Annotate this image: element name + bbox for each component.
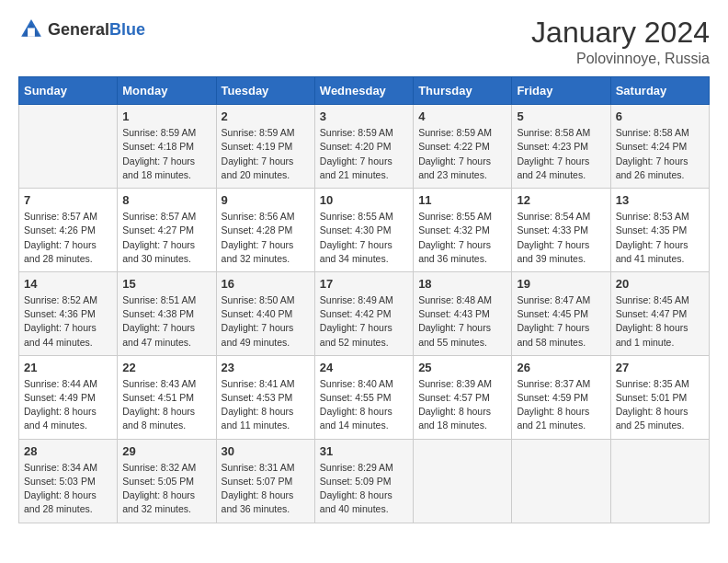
day-info: Sunrise: 8:53 AMSunset: 4:35 PMDaylight:… [616,210,704,266]
day-cell: 6Sunrise: 8:58 AMSunset: 4:24 PMDaylight… [610,105,709,189]
sunset-text: Sunset: 4:24 PM [616,140,704,154]
day-info: Sunrise: 8:58 AMSunset: 4:24 PMDaylight:… [616,126,704,182]
day-info: Sunrise: 8:31 AMSunset: 5:07 PMDaylight:… [222,461,310,517]
day-info: Sunrise: 8:58 AMSunset: 4:23 PMDaylight:… [517,126,605,182]
daylight-text: Daylight: 8 hours and 18 minutes. [418,405,506,432]
day-number: 27 [616,361,704,374]
sunrise-text: Sunrise: 8:56 AM [222,210,310,224]
sunset-text: Sunset: 4:57 PM [418,391,506,405]
logo-blue-text: Blue [109,21,145,38]
sunset-text: Sunset: 4:59 PM [517,391,605,405]
day-number: 15 [122,277,210,291]
sunset-text: Sunset: 4:55 PM [320,391,408,405]
daylight-text: Daylight: 7 hours and 30 minutes. [122,238,210,266]
day-number: 31 [320,444,408,458]
daylight-text: Daylight: 8 hours and 4 minutes. [24,405,112,432]
daylight-text: Daylight: 7 hours and 41 minutes. [616,238,704,266]
sunset-text: Sunset: 5:01 PM [616,391,704,405]
day-info: Sunrise: 8:50 AMSunset: 4:40 PMDaylight:… [222,293,310,350]
sunrise-text: Sunrise: 8:31 AM [222,461,310,475]
day-cell [610,439,709,523]
sunset-text: Sunset: 4:33 PM [517,224,605,237]
sunset-text: Sunset: 4:40 PM [222,307,310,321]
sunset-text: Sunset: 5:07 PM [222,475,310,488]
header: GeneralBlue January 2024 Polovinnoye, Ru… [18,17,710,67]
sunrise-text: Sunrise: 8:47 AM [517,293,605,307]
sunset-text: Sunset: 4:35 PM [616,224,704,237]
day-cell: 19Sunrise: 8:47 AMSunset: 4:45 PMDayligh… [512,271,610,355]
day-info: Sunrise: 8:40 AMSunset: 4:55 PMDaylight:… [320,377,408,433]
sunset-text: Sunset: 4:45 PM [517,307,605,321]
sunset-text: Sunset: 4:23 PM [517,140,605,154]
sunset-text: Sunset: 4:19 PM [222,140,310,154]
sunrise-text: Sunrise: 8:59 AM [222,126,310,140]
day-cell: 17Sunrise: 8:49 AMSunset: 4:42 PMDayligh… [314,271,413,355]
day-cell: 10Sunrise: 8:55 AMSunset: 4:30 PMDayligh… [314,189,413,272]
logo: GeneralBlue [18,17,145,42]
sunset-text: Sunset: 4:36 PM [24,307,112,321]
day-info: Sunrise: 8:47 AMSunset: 4:45 PMDaylight:… [517,293,605,350]
day-number: 26 [517,361,605,374]
day-info: Sunrise: 8:57 AMSunset: 4:26 PMDaylight:… [24,210,112,266]
day-cell [512,439,610,523]
day-number: 25 [418,361,506,374]
day-cell: 4Sunrise: 8:59 AMSunset: 4:22 PMDaylight… [414,105,512,189]
page: GeneralBlue January 2024 Polovinnoye, Ru… [0,0,728,563]
daylight-text: Daylight: 7 hours and 24 minutes. [517,155,605,182]
calendar-table: SundayMondayTuesdayWednesdayThursdayFrid… [18,76,710,523]
logo-icon [18,17,44,42]
day-number: 3 [320,109,408,123]
day-cell: 25Sunrise: 8:39 AMSunset: 4:57 PMDayligh… [414,355,512,439]
day-number: 1 [122,109,210,123]
day-info: Sunrise: 8:41 AMSunset: 4:53 PMDaylight:… [222,377,310,433]
day-header-friday: Friday [512,77,610,105]
subtitle: Polovinnoye, Russia [531,51,710,67]
sunset-text: Sunset: 4:43 PM [418,307,506,321]
day-header-sunday: Sunday [19,77,118,105]
day-cell: 2Sunrise: 8:59 AMSunset: 4:19 PMDaylight… [216,105,314,189]
day-info: Sunrise: 8:45 AMSunset: 4:47 PMDaylight:… [616,293,704,350]
day-number: 16 [222,277,310,291]
sunrise-text: Sunrise: 8:43 AM [122,377,210,391]
day-info: Sunrise: 8:51 AMSunset: 4:38 PMDaylight:… [122,293,210,350]
day-number: 8 [122,193,210,207]
sunset-text: Sunset: 4:51 PM [122,391,210,405]
sunrise-text: Sunrise: 8:52 AM [24,293,112,307]
sunrise-text: Sunrise: 8:55 AM [418,210,506,224]
day-header-tuesday: Tuesday [216,77,314,105]
day-info: Sunrise: 8:59 AMSunset: 4:19 PMDaylight:… [222,126,310,182]
daylight-text: Daylight: 7 hours and 36 minutes. [418,238,506,266]
day-info: Sunrise: 8:43 AMSunset: 4:51 PMDaylight:… [122,377,210,433]
week-row-5: 28Sunrise: 8:34 AMSunset: 5:03 PMDayligh… [19,439,710,523]
day-number: 18 [418,277,506,291]
daylight-text: Daylight: 7 hours and 44 minutes. [24,321,112,349]
daylight-text: Daylight: 8 hours and 8 minutes. [122,405,210,432]
day-number: 13 [616,193,704,207]
sunset-text: Sunset: 4:32 PM [418,224,506,237]
sunrise-text: Sunrise: 8:35 AM [616,377,704,391]
sunrise-text: Sunrise: 8:29 AM [320,461,408,475]
day-info: Sunrise: 8:56 AMSunset: 4:28 PMDaylight:… [222,210,310,266]
day-number: 11 [418,193,506,207]
daylight-text: Daylight: 8 hours and 21 minutes. [517,405,605,432]
day-info: Sunrise: 8:34 AMSunset: 5:03 PMDaylight:… [24,461,112,517]
week-row-3: 14Sunrise: 8:52 AMSunset: 4:36 PMDayligh… [19,271,710,355]
svg-rect-2 [28,28,35,36]
sunset-text: Sunset: 4:30 PM [320,224,408,237]
day-number: 20 [616,277,704,291]
day-number: 21 [24,361,112,374]
logo-general-text: General [48,21,109,38]
main-title: January 2024 [531,17,710,49]
day-info: Sunrise: 8:48 AMSunset: 4:43 PMDaylight:… [418,293,506,350]
day-info: Sunrise: 8:59 AMSunset: 4:18 PMDaylight:… [122,126,210,182]
daylight-text: Daylight: 8 hours and 32 minutes. [122,488,210,516]
day-number: 7 [24,193,112,207]
day-number: 2 [222,109,310,123]
day-info: Sunrise: 8:37 AMSunset: 4:59 PMDaylight:… [517,377,605,433]
day-cell [414,439,512,523]
daylight-text: Daylight: 7 hours and 23 minutes. [418,155,506,182]
day-cell: 23Sunrise: 8:41 AMSunset: 4:53 PMDayligh… [216,355,314,439]
day-cell: 9Sunrise: 8:56 AMSunset: 4:28 PMDaylight… [216,189,314,272]
day-info: Sunrise: 8:55 AMSunset: 4:32 PMDaylight:… [418,210,506,266]
day-number: 17 [320,277,408,291]
